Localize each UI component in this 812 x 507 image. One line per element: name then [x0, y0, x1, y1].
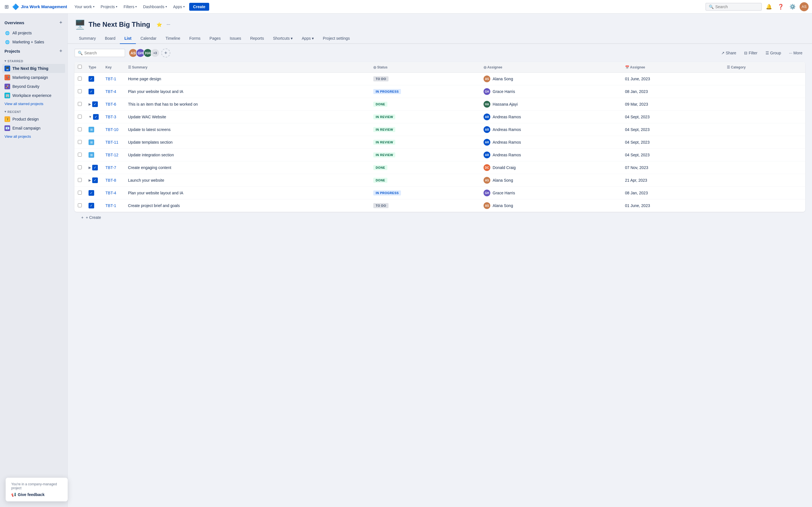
tab-issues[interactable]: Issues [225, 33, 246, 44]
list-search-input[interactable] [84, 51, 118, 55]
nav-your-work[interactable]: Your work ▾ [71, 3, 97, 11]
row-checkbox[interactable] [78, 203, 82, 207]
group-button[interactable]: ☰ Group [763, 49, 784, 57]
list-search[interactable]: 🔍 [74, 49, 125, 57]
row-checkbox[interactable] [78, 153, 82, 157]
nav-dashboards[interactable]: Dashboards ▾ [140, 3, 170, 11]
row-status-cell[interactable]: IN REVIEW [370, 149, 480, 161]
nav-filters[interactable]: Filters ▾ [121, 3, 140, 11]
row-key-cell[interactable]: TBT-4 [102, 187, 124, 200]
col-key[interactable]: Key [102, 62, 124, 73]
tab-shortcuts[interactable]: Shortcuts ▾ [268, 33, 297, 44]
row-key-cell[interactable]: TBT-1 [102, 200, 124, 212]
sidebar-item-marketing-campaign[interactable]: 📣 Marketing campaign [2, 73, 65, 82]
row-checkbox[interactable] [78, 191, 82, 194]
star-icon[interactable]: ⭐ [155, 21, 163, 29]
row-key-cell[interactable]: TBT-12 [102, 149, 124, 161]
tab-forms[interactable]: Forms [185, 33, 205, 44]
row-status-cell[interactable]: IN REVIEW [370, 136, 480, 149]
user-avatar[interactable]: AS [800, 2, 809, 11]
sidebar-item-all-projects[interactable]: 🌐 All projects [2, 29, 65, 38]
row-key-cell[interactable]: TBT-8 [102, 174, 124, 187]
row-key-cell[interactable]: TBT-1 [102, 73, 124, 86]
select-all-checkbox[interactable] [78, 65, 82, 69]
expand-icon[interactable]: ▶ [89, 178, 91, 182]
row-status-cell[interactable]: IN REVIEW [370, 123, 480, 136]
row-assignee-cell: AS Alana Song [480, 200, 621, 212]
row-checkbox[interactable] [78, 102, 82, 106]
members-extra-count[interactable]: +3 [151, 48, 160, 57]
row-status-cell[interactable]: IN REVIEW [370, 111, 480, 123]
row-key-cell[interactable]: TBT-6 [102, 98, 124, 111]
row-status-cell[interactable]: TO DO [370, 73, 480, 86]
sidebar-item-workplace-experience[interactable]: 🏢 Workplace experience [2, 91, 65, 100]
expand-icon[interactable]: ▶ [89, 102, 91, 106]
sidebar-item-marketing-sales[interactable]: 🌐 Marketing + Sales [2, 38, 65, 47]
col-checkbox [74, 62, 85, 73]
tab-calendar[interactable]: Calendar [136, 33, 161, 44]
settings-icon[interactable]: ⚙️ [788, 2, 797, 11]
row-checkbox[interactable] [78, 89, 82, 93]
tab-pages[interactable]: Pages [205, 33, 225, 44]
sidebar-item-beyond-gravity[interactable]: 🚀 Beyond Gravity [2, 82, 65, 91]
row-key-cell[interactable]: TBT-4 [102, 86, 124, 98]
collapse-icon[interactable]: ▼ [89, 115, 92, 119]
row-checkbox[interactable] [78, 165, 82, 169]
row-key-cell[interactable]: TBT-7 [102, 161, 124, 174]
search-box[interactable]: 🔍 [705, 3, 762, 11]
expand-icon[interactable]: ▶ [89, 166, 91, 170]
row-checkbox[interactable] [78, 115, 82, 119]
help-icon[interactable]: ❓ [776, 2, 785, 11]
add-project-button[interactable]: + [59, 48, 63, 55]
add-overview-button[interactable]: + [59, 19, 63, 26]
app-logo[interactable]: 🔷 Jira Work Management [12, 3, 67, 10]
more-button[interactable]: ··· More [786, 49, 805, 57]
row-checkbox[interactable] [78, 76, 82, 80]
row-checkbox[interactable] [78, 127, 82, 131]
recent-group[interactable]: ▾ RECENT [2, 108, 65, 115]
row-status-cell[interactable]: TO DO [370, 200, 480, 212]
sidebar-item-product-design[interactable]: ⚠️ Product design [2, 115, 65, 124]
sidebar-item-email-campaign[interactable]: 📧 Email campaign [2, 124, 65, 133]
starred-group[interactable]: ▾ STARRED [2, 57, 65, 64]
col-type[interactable]: Type [85, 62, 102, 73]
col-summary[interactable]: ☰ Summary [124, 62, 370, 73]
create-row[interactable]: + + Create [74, 212, 805, 223]
row-key-cell[interactable]: TBT-11 [102, 136, 124, 149]
create-button[interactable]: Create [189, 3, 209, 11]
sidebar-item-next-big-thing[interactable]: 🖥️ The Next Big Thing [2, 64, 65, 73]
notifications-icon[interactable]: 🔔 [764, 2, 774, 11]
col-status[interactable]: ◎ Status [370, 62, 480, 73]
row-status-cell[interactable]: DONE [370, 161, 480, 174]
row-key-cell[interactable]: TBT-3 [102, 111, 124, 123]
nav-apps[interactable]: Apps ▾ [170, 3, 188, 11]
tab-list[interactable]: List [120, 33, 136, 44]
view-all-starred-link[interactable]: View all starred projects [2, 100, 65, 108]
tab-board[interactable]: Board [100, 33, 120, 44]
row-status-cell[interactable]: IN PROGRESS [370, 187, 480, 200]
search-input[interactable] [715, 4, 755, 9]
give-feedback-button[interactable]: 📢 Give feedback [11, 492, 45, 497]
chevron-down-icon: ▾ [4, 59, 6, 63]
row-checkbox[interactable] [78, 140, 82, 144]
view-all-projects-link[interactable]: View all projects [2, 133, 65, 140]
row-status-cell[interactable]: IN PROGRESS [370, 86, 480, 98]
row-status-cell[interactable]: DONE [370, 174, 480, 187]
tab-project-settings[interactable]: Project settings [318, 33, 354, 44]
col-category[interactable]: ☰ Category [723, 62, 805, 73]
add-member-button[interactable]: + [161, 48, 170, 57]
share-button[interactable]: ↗ Share [718, 49, 739, 57]
tab-summary[interactable]: Summary [74, 33, 100, 44]
more-icon[interactable]: ··· [165, 21, 171, 29]
nav-projects[interactable]: Projects ▾ [98, 3, 120, 11]
col-assignee[interactable]: ◎ Assignee [480, 62, 621, 73]
tab-apps[interactable]: Apps ▾ [297, 33, 318, 44]
row-key-cell[interactable]: TBT-10 [102, 123, 124, 136]
grid-icon[interactable]: ⊞ [3, 3, 10, 11]
row-checkbox[interactable] [78, 178, 82, 182]
filter-button[interactable]: ⊟ Filter [741, 49, 760, 57]
tab-reports[interactable]: Reports [246, 33, 268, 44]
tab-timeline[interactable]: Timeline [161, 33, 185, 44]
row-status-cell[interactable]: DONE [370, 98, 480, 111]
col-date[interactable]: 📅 Assignee [622, 62, 724, 73]
